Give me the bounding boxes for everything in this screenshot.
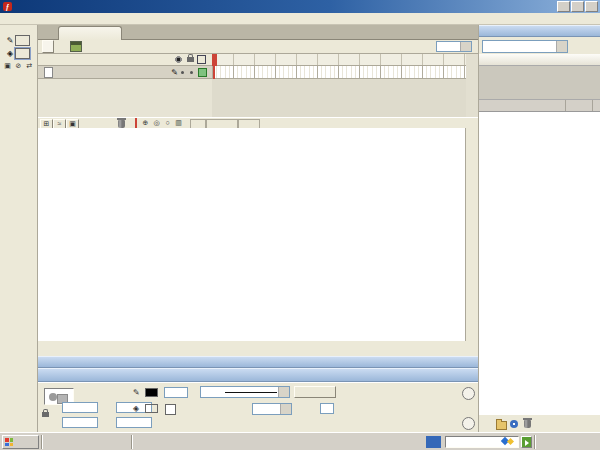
show-hide-layers-icon[interactable] [174,56,183,63]
search-go-arrow-icon [525,440,529,446]
taskbar-divider [41,435,42,449]
fill-color-well[interactable] [145,404,158,413]
library-select-arrow[interactable] [556,41,567,52]
layer-outline-color-box[interactable] [198,68,207,77]
constrain-lock-icon[interactable] [42,412,49,417]
library-delete-button[interactable] [524,420,531,428]
library-document-select[interactable] [482,40,568,53]
document-tab-bar [38,25,478,40]
swap-colors-button[interactable]: ⇄ [25,61,34,70]
stroke-color-swatch[interactable] [15,35,30,46]
layer-row[interactable]: ✎ [38,66,212,79]
timeline-status-bar: ⊞ ≈ ▣ ⊕ ◎ ○ ▥ [38,117,478,128]
layer-header [38,54,212,66]
edit-bar [38,40,478,54]
help-button[interactable] [462,387,475,400]
timeline-empty-right [212,79,466,117]
titlebar: ƒ [0,0,600,13]
library-column-name[interactable] [479,100,566,111]
miter-field[interactable] [320,403,334,414]
library-preview-area [479,66,600,100]
actions-panel-header[interactable] [38,356,478,368]
layer-lock-dot[interactable] [190,71,193,74]
timeline-toggle-button[interactable] [42,40,54,53]
outline-layers-icon[interactable] [197,55,206,64]
properties-panel: ✎ ◈ [38,368,478,432]
zoom-select[interactable] [436,41,472,52]
fill-bucket-icon-props: ◈ [133,404,139,413]
zoom-dropdown-arrow[interactable] [460,42,471,51]
layer-visibility-dot[interactable] [181,71,184,74]
y-field[interactable] [116,417,152,428]
onion-skin-outlines-button[interactable]: ○ [162,119,173,128]
library-select-row [479,38,600,54]
layer-edit-pencil-icon: ✎ [171,68,178,77]
document-area: ✎ ⊞ ≈ ▣ ⊕ ◎ ○ ▥ [38,25,478,432]
library-column-headers [479,100,600,112]
expand-panel-button[interactable] [462,417,475,430]
flash-application-window: ƒ ✎ ◈ ▣ ⊘ ⇄ [0,0,600,450]
stroke-height-field[interactable] [164,387,188,398]
scale-select-arrow[interactable] [280,404,291,414]
stroke-style-line-preview [225,392,277,393]
stroke-color-well[interactable] [145,388,158,397]
delete-layer-button[interactable] [118,120,125,128]
properties-content: ✎ ◈ [38,382,478,432]
stroke-style-select[interactable] [200,386,290,398]
scale-select[interactable] [252,403,292,415]
object-preview-circle [49,393,57,401]
edit-multiple-frames-button[interactable]: ▥ [173,119,184,128]
scene-icon [70,41,82,52]
library-column-type[interactable] [566,100,593,111]
lock-layers-icon[interactable] [187,57,194,62]
document-tab[interactable] [58,26,122,40]
width-field[interactable] [62,402,98,413]
layer-frames-row[interactable] [212,66,466,79]
search-go-button[interactable] [521,436,532,448]
library-status-text [479,54,600,66]
new-folder-button[interactable] [496,421,507,430]
playhead-bottom-tick [135,118,137,128]
stroke-style-arrow[interactable] [278,387,289,397]
black-and-white-button[interactable]: ▣ [3,61,12,70]
close-button[interactable] [585,1,598,12]
stroke-pencil-icon: ✎ [7,36,14,45]
height-field[interactable] [62,417,98,428]
menubar [0,13,600,25]
tray-divider [534,435,535,449]
library-panel [478,25,600,432]
fill-color-swatch[interactable] [15,48,30,59]
library-header[interactable] [479,25,600,37]
library-sort-button[interactable] [593,100,595,111]
minimize-button[interactable] [557,1,570,12]
stroke-hinting-checkbox[interactable] [165,404,176,415]
stroke-pencil-icon-props: ✎ [133,388,140,397]
library-bottom-bar [479,414,600,432]
properties-tab-row [38,368,478,382]
flash-app-icon: ƒ [3,2,12,11]
fill-color-row: ◈ [0,48,37,59]
stage-canvas[interactable] [38,128,466,341]
playhead-line [213,66,215,79]
color-mini-buttons: ▣ ⊘ ⇄ [0,61,37,70]
language-indicator[interactable] [426,436,441,448]
no-color-button[interactable]: ⊘ [14,61,23,70]
library-item-list[interactable] [479,112,600,414]
layer-page-icon [44,67,53,78]
timeline-panel: ✎ ⊞ ≈ ▣ ⊕ ◎ ○ ▥ [38,54,478,128]
stroke-color-row: ✎ [0,35,37,46]
center-frame-button[interactable]: ⊕ [140,119,151,128]
onion-skin-button[interactable]: ◎ [151,119,162,128]
timeline-empty-left [38,79,212,117]
custom-stroke-button[interactable] [294,386,336,398]
library-properties-button[interactable] [510,420,518,428]
tools-panel: ✎ ◈ ▣ ⊘ ⇄ [0,25,38,432]
taskbar [0,432,600,450]
playhead[interactable] [212,54,217,66]
start-button[interactable] [2,435,39,449]
fill-bucket-icon: ◈ [7,49,13,58]
restore-button[interactable] [571,1,584,12]
taskbar-divider2 [131,435,132,449]
windows-logo-icon [5,438,13,446]
timeline-ruler[interactable] [212,54,466,66]
